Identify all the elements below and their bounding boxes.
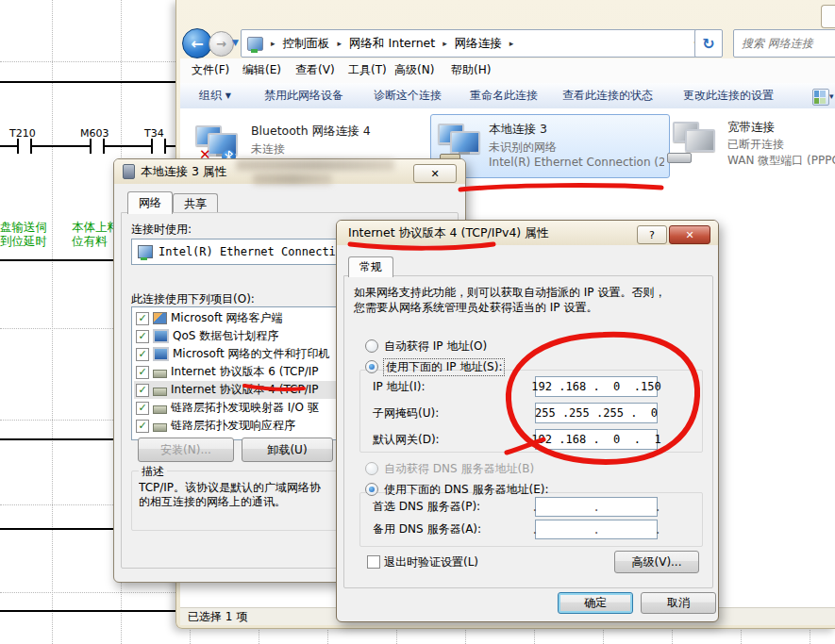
connection-device: WAN 微型端口 (PPPO	[727, 153, 835, 169]
checkbox-checked[interactable]: ✓	[136, 348, 149, 361]
search-input[interactable]: 搜索 网络连接	[733, 29, 835, 58]
validate-label[interactable]: 退出时验证设置(L)	[384, 554, 478, 570]
dialog-title: Internet 协议版本 4 (TCP/IPv4) 属性	[348, 225, 548, 241]
client-icon	[153, 312, 167, 324]
breadcrumb-network-internet[interactable]: 网络和 Internet	[349, 36, 435, 52]
view-options-chevron-icon[interactable]: ▾	[829, 91, 834, 101]
crumb-sep-icon: ▸	[439, 39, 451, 48]
checkbox-checked[interactable]: ✓	[136, 420, 149, 433]
advanced-button[interactable]: 高级(V)...	[614, 551, 699, 573]
checkbox-checked[interactable]: ✓	[136, 402, 149, 415]
radio-auto-ip-label[interactable]: 自动获得 IP 地址(O)	[384, 339, 487, 355]
contact-symbol	[103, 139, 105, 154]
help-button[interactable]: ?	[637, 225, 667, 244]
search-placeholder: 搜索 网络连接	[742, 36, 813, 52]
ladder-rung	[166, 145, 175, 147]
alternate-dns-field[interactable]: . . .	[535, 520, 658, 539]
intro-line2: 您需要从网络系统管理员处获得适当的 IP 设置。	[354, 300, 597, 316]
contact-label: T210	[9, 127, 36, 140]
description-label: 描述	[139, 464, 167, 480]
radio-auto-dns-label[interactable]: 自动获得 DNS 服务器地址(B)	[384, 461, 534, 477]
items-list-label: 此连接使用下列项目(O):	[131, 291, 255, 307]
view-options-icon[interactable]	[812, 89, 829, 106]
ladder-rung	[32, 145, 90, 147]
toolbar-rename[interactable]: 重命名此连接	[470, 83, 538, 108]
checkbox-checked[interactable]: ✓	[136, 330, 149, 343]
dialog-icon	[123, 164, 135, 179]
connection-status: 已断开连接	[727, 137, 784, 153]
radio-use-ip-label[interactable]: 使用下面的 IP 地址(S):	[384, 359, 504, 375]
radio-auto-dns[interactable]	[365, 462, 378, 475]
protocol-icon	[153, 370, 167, 378]
nav-history-chevron-icon[interactable]: ▼	[232, 38, 239, 47]
connection-title: 本地连接 3	[489, 122, 547, 138]
contact-label: T34	[144, 127, 164, 140]
censored-text	[236, 159, 394, 171]
forward-button[interactable]: →	[209, 31, 234, 57]
refresh-button[interactable]: ↻	[694, 29, 723, 58]
contact-symbol	[30, 139, 32, 154]
toolbar-diagnose[interactable]: 诊断这个连接	[374, 83, 442, 108]
forward-icon: →	[216, 37, 226, 51]
window-caption-button[interactable]	[821, 5, 835, 28]
address-bar[interactable]: ▸ 控制面板 ▸ 网络和 Internet ▸ 网络连接 ▸ ▾	[241, 29, 705, 58]
alternate-dns-label: 备用 DNS 服务器(A):	[373, 521, 481, 537]
broadband-network-icon	[673, 122, 720, 169]
menu-advanced[interactable]: 高级(N)	[394, 58, 434, 82]
checkbox-checked[interactable]: ✓	[136, 384, 149, 397]
menu-tools[interactable]: 工具(T)	[348, 58, 387, 82]
subnet-mask-field[interactable]: 255 .255 .255 . 0	[535, 403, 658, 423]
subnet-mask-label: 子网掩码(U):	[373, 405, 439, 421]
dialog-title: 本地连接 3 属性	[141, 164, 226, 180]
default-gateway-label: 默认网关(D):	[373, 432, 440, 448]
ladder-comment: 盘输送伺到位延时	[0, 191, 47, 276]
tab-general[interactable]: 常规	[348, 256, 393, 277]
connection-title: 宽带连接	[727, 120, 775, 136]
protocol-icon	[153, 405, 167, 414]
close-icon: ✕	[685, 229, 693, 241]
default-gateway-field[interactable]: 192 .168 . 0 . 1	[535, 429, 658, 450]
radio-use-dns-label[interactable]: 使用下面的 DNS 服务器地址(E):	[384, 482, 548, 498]
preferred-dns-field[interactable]: . . .	[535, 497, 658, 517]
menu-view[interactable]: 查看(V)	[295, 58, 335, 82]
radio-use-dns[interactable]	[365, 483, 378, 496]
tab-network[interactable]: 网络	[127, 191, 173, 214]
close-icon: ✕	[430, 168, 439, 180]
ip-address-label: IP 地址(I):	[373, 379, 426, 395]
menu-help[interactable]: 帮助(H)	[451, 58, 491, 82]
ip-address-field[interactable]: 192 .168 . 0 .150	[535, 376, 658, 397]
close-button[interactable]: ✕	[413, 164, 457, 183]
toolbar-organize[interactable]: 组织 ▼	[199, 83, 231, 108]
modem-icon	[667, 153, 692, 163]
toolbar-disable-device[interactable]: 禁用此网络设备	[264, 83, 343, 108]
breadcrumb-control-panel[interactable]: 控制面板	[283, 36, 330, 52]
install-button[interactable]: 安装(N)...	[138, 438, 234, 462]
contact-label: M603	[80, 127, 109, 140]
connect-using-label: 连接时使用:	[131, 222, 192, 238]
radio-auto-ip[interactable]	[365, 339, 378, 353]
ipv4-properties-dialog: Internet 协议版本 4 (TCP/IPv4) 属性 ? ✕ 常规 如果网…	[336, 220, 719, 622]
connection-device: Intel(R) Ethernet Connection (2...	[489, 156, 664, 169]
checkbox-checked[interactable]: ✓	[136, 366, 149, 379]
uninstall-button[interactable]: 卸载(U)	[242, 438, 333, 462]
ok-button[interactable]: 确定	[558, 592, 633, 614]
computer-icon	[153, 347, 169, 361]
close-button[interactable]: ✕	[669, 225, 710, 244]
menu-file[interactable]: 文件(F)	[192, 58, 229, 82]
contact-symbol	[151, 139, 153, 154]
contact-symbol	[164, 139, 166, 154]
radio-use-ip[interactable]	[365, 360, 378, 373]
help-icon: ?	[649, 229, 655, 241]
intro-line1: 如果网络支持此功能，则可以获取自动指派的 IP 设置。否则，	[354, 285, 665, 301]
toolbar-change-settings[interactable]: 更改此连接的设置	[683, 83, 774, 108]
connection-status: 未连接	[251, 141, 285, 157]
toolbar-view-status[interactable]: 查看此连接的状态	[562, 83, 653, 108]
menu-edit[interactable]: 编辑(E)	[242, 58, 281, 82]
contact-symbol	[90, 139, 92, 154]
breadcrumb-network-connections[interactable]: 网络连接	[455, 36, 502, 52]
checkbox-checked[interactable]: ✓	[136, 312, 149, 325]
validate-checkbox[interactable]	[367, 555, 380, 569]
cancel-button[interactable]: 取消	[641, 592, 716, 614]
connection-status: 未识别的网络	[489, 140, 557, 156]
tab-sharing[interactable]: 共享	[173, 193, 218, 214]
